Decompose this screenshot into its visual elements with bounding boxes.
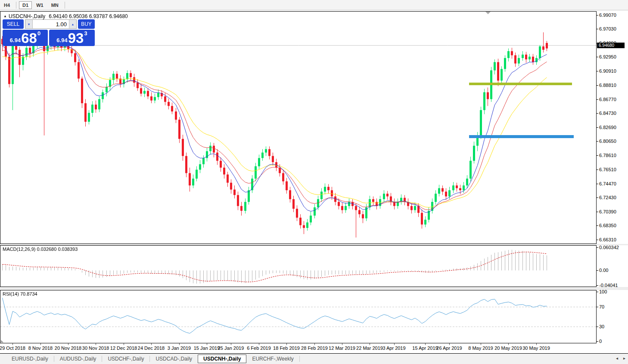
date-axis-tick bbox=[12, 343, 13, 345]
price-axis-label: 6.70390 bbox=[599, 209, 616, 214]
timeframe-d1-button[interactable]: D1 bbox=[19, 1, 32, 9]
rsi-axis-label: 0 bbox=[599, 339, 602, 344]
buy-price-button[interactable]: 6.94 93 3 bbox=[49, 30, 95, 46]
panel-splitter[interactable] bbox=[0, 244, 628, 245]
price-axis-label-tick bbox=[597, 155, 598, 156]
date-axis-tick bbox=[449, 343, 450, 345]
sell-price-big: 68 bbox=[21, 31, 37, 45]
tab-eurchf-weekly[interactable]: EURCHF-,Weekly bbox=[246, 355, 299, 363]
rsi-axis-label-tick bbox=[597, 292, 598, 292]
rsi-resize-grip[interactable] bbox=[1, 340, 3, 342]
timeframe-h4-button[interactable]: H4 bbox=[0, 1, 13, 9]
rsi-axis-label: 100 bbox=[599, 289, 607, 294]
volume-input[interactable] bbox=[33, 20, 69, 28]
toolbar-separator bbox=[16, 2, 16, 9]
macd-label: MACD(12,26,9) 0.032680 0.038393 bbox=[3, 247, 78, 252]
date-axis-tick bbox=[68, 343, 68, 345]
date-axis-label: 15 Apr 2019 bbox=[412, 345, 438, 351]
chart-shift-marker-icon[interactable] bbox=[485, 12, 491, 14]
price-axis-label-tick bbox=[597, 113, 598, 114]
macd-axis-label: 0.060342 bbox=[599, 245, 619, 250]
tab-usdchf-daily[interactable]: USDCHF-,Daily bbox=[102, 355, 149, 363]
volume-increase-icon[interactable]: ▲ bbox=[69, 20, 76, 28]
date-axis-label: 29 Oct 2018 bbox=[0, 345, 25, 351]
date-axis-label: 3 Apr 2019 bbox=[382, 345, 405, 351]
date-axis-tick bbox=[536, 343, 537, 345]
price-axis-label: 6.68350 bbox=[599, 223, 616, 228]
tab-separator bbox=[299, 356, 300, 362]
price-chart-canvas[interactable] bbox=[0, 12, 596, 243]
macd-axis-label: -0.04041 bbox=[599, 283, 618, 288]
date-axis-tick bbox=[124, 343, 124, 345]
price-axis-label-tick bbox=[597, 29, 598, 29]
date-axis-tick bbox=[314, 343, 315, 345]
date-axis-label: 6 Feb 2019 bbox=[247, 345, 271, 351]
rsi-axis-label: 30 bbox=[599, 324, 604, 329]
date-axis-label: 24 Dec 2018 bbox=[138, 345, 165, 351]
date-axis-label: 3 Jan 2019 bbox=[168, 345, 191, 351]
date-axis-label: 28 Feb 2019 bbox=[301, 345, 328, 351]
price-axis-label-tick bbox=[597, 141, 598, 142]
date-axis-label: 8 Nov 2018 bbox=[28, 345, 53, 351]
sell-button[interactable]: SELL bbox=[3, 19, 24, 29]
price-axis-label-tick bbox=[597, 71, 598, 71]
date-axis-tick bbox=[286, 343, 287, 345]
buy-price-sup: 3 bbox=[84, 30, 87, 37]
sell-price-button[interactable]: 6.94 68 0 bbox=[3, 30, 48, 46]
rsi-chart-canvas[interactable] bbox=[0, 290, 596, 343]
collapse-panel-icon[interactable]: ▲ bbox=[3, 14, 7, 18]
sell-price-sup: 0 bbox=[37, 30, 40, 37]
tab-usdcad-daily[interactable]: USDCAD-,Daily bbox=[150, 355, 198, 363]
toolbar-separator bbox=[65, 2, 65, 9]
price-axis-label-tick bbox=[597, 184, 598, 184]
macd-axis-label-tick bbox=[597, 285, 598, 286]
date-axis-label: 30 Nov 2018 bbox=[82, 345, 109, 351]
date-axis-tick bbox=[231, 343, 231, 345]
buy-button[interactable]: BUY bbox=[78, 19, 95, 29]
date-axis-label: 22 Mar 2019 bbox=[356, 345, 383, 351]
tab-scroll-right-icon[interactable]: ▸ bbox=[623, 356, 625, 361]
price-axis-label-tick bbox=[597, 197, 598, 198]
date-axis-label: 26 Apr 2019 bbox=[436, 345, 462, 351]
tab-scroll-left-icon[interactable]: ◂ bbox=[616, 356, 618, 361]
tab-usdcnh-daily[interactable]: USDCNH-,Daily bbox=[198, 355, 246, 363]
price-axis-label-tick bbox=[597, 15, 598, 15]
macd-chart-canvas[interactable] bbox=[0, 246, 596, 287]
date-axis-tick bbox=[151, 343, 152, 345]
rsi-axis-label: 70 bbox=[599, 304, 604, 309]
volume-stepper: ▼ ▲ bbox=[25, 19, 77, 29]
volume-decrease-icon[interactable]: ▼ bbox=[25, 20, 33, 28]
date-axis-tick bbox=[425, 343, 426, 345]
date-axis-label: 18 Feb 2019 bbox=[273, 345, 300, 351]
price-axis-label: 6.90910 bbox=[599, 68, 616, 74]
tab-audusd-daily[interactable]: AUDUSD-,Daily bbox=[54, 355, 102, 363]
date-axis-label: 20 May 2019 bbox=[494, 345, 522, 351]
date-axis-tick bbox=[394, 343, 395, 345]
date-axis-tick bbox=[40, 343, 41, 345]
current-price-tag: 6.94680 bbox=[597, 43, 625, 48]
timeframe-w1-button[interactable]: W1 bbox=[33, 1, 47, 9]
macd-axis-label: 0.00 bbox=[599, 268, 608, 273]
price-axis-label: 6.80650 bbox=[599, 139, 616, 144]
date-axis-label: 15 Jan 2019 bbox=[194, 345, 220, 351]
price-axis-label-tick bbox=[597, 99, 598, 100]
price-axis-label: 6.84730 bbox=[599, 111, 616, 116]
tab-scroll-arrows: ◂ ▸ bbox=[616, 356, 625, 361]
one-click-trading-panel: SELL ▼ ▲ BUY 6.94 68 0 6.94 93 3 bbox=[3, 19, 95, 46]
date-axis-tick bbox=[259, 343, 259, 345]
chart-tab-bar: EURUSD-,Daily AUDUSD-,Daily USDCHF-,Dail… bbox=[0, 354, 628, 364]
timeframe-mn-button[interactable]: MN bbox=[48, 1, 62, 9]
macd-axis-label-tick bbox=[597, 247, 598, 248]
price-axis-label: 6.72430 bbox=[599, 195, 616, 200]
panel-splitter[interactable] bbox=[0, 287, 628, 290]
date-axis-tick bbox=[179, 343, 180, 345]
price-axis-label: 6.88810 bbox=[599, 83, 616, 88]
sell-price-base: 6.94 bbox=[10, 37, 21, 43]
price-axis-label: 6.66310 bbox=[599, 237, 616, 242]
ohlc-values: 6.94140 6.95036 6.93787 6.94680 bbox=[49, 13, 128, 19]
macd-axis-label-tick bbox=[597, 270, 598, 271]
date-axis-tick bbox=[342, 343, 342, 345]
price-axis-label-tick bbox=[597, 225, 598, 226]
tab-eurusd-daily[interactable]: EURUSD-,Daily bbox=[6, 355, 54, 363]
buy-price-big: 93 bbox=[68, 31, 84, 45]
